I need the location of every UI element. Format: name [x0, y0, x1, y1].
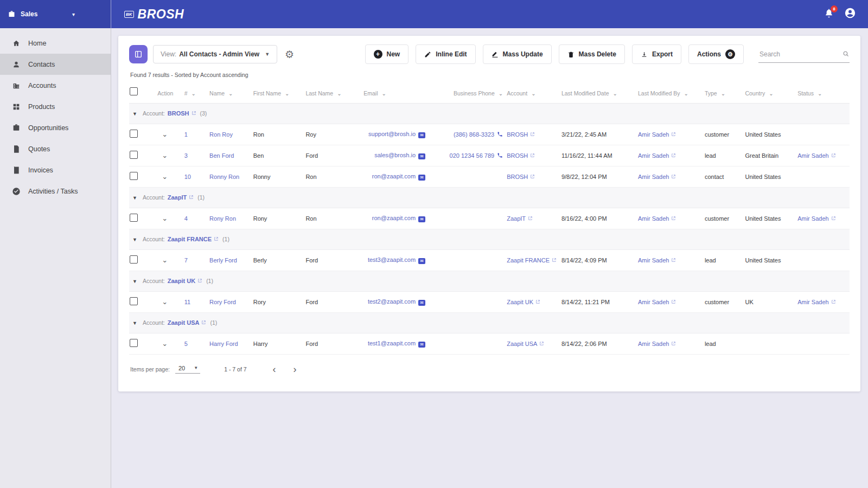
chevron-down-icon[interactable]: ⌄	[818, 91, 822, 97]
column-header-number[interactable]: #⌄	[184, 82, 209, 103]
status-link[interactable]: Amir Sadeh	[797, 299, 828, 305]
row-number-link[interactable]: 7	[184, 257, 188, 264]
last-modified-by-link[interactable]: Amir Sadeh	[638, 257, 669, 264]
sidebar-item-contacts[interactable]: Contacts	[0, 54, 111, 75]
column-header-action[interactable]: Action	[150, 82, 183, 103]
view-settings-gear-icon[interactable]: ⚙	[285, 49, 294, 60]
collapse-group-icon[interactable]: ▼	[132, 237, 137, 242]
chevron-down-icon[interactable]: ⌄	[531, 91, 535, 97]
collapse-group-icon[interactable]: ▼	[132, 320, 137, 326]
row-checkbox[interactable]	[130, 130, 138, 138]
expand-row-icon[interactable]: ⌄	[162, 214, 168, 222]
view-type-button[interactable]	[129, 45, 148, 63]
expand-row-icon[interactable]: ⌄	[162, 256, 168, 264]
group-account-link[interactable]: ZaapIT	[168, 194, 187, 201]
account-link[interactable]: BROSH	[507, 152, 528, 159]
account-link[interactable]: ZaapIT	[507, 215, 526, 222]
chevron-down-icon[interactable]: ⌄	[228, 91, 233, 97]
contact-name-link[interactable]: Ben Ford	[209, 152, 234, 159]
items-per-page-select[interactable]: 20 ▼	[175, 365, 200, 374]
column-header-email[interactable]: Email⌄	[363, 82, 429, 103]
new-button[interactable]: + New	[365, 44, 409, 64]
row-number-link[interactable]: 5	[184, 341, 188, 347]
contact-name-link[interactable]: Rory Ford	[209, 299, 236, 305]
sidebar-item-products[interactable]: Products	[0, 96, 111, 117]
column-header-business-phone[interactable]: Business Phone⌄	[429, 82, 506, 103]
chevron-down-icon[interactable]: ⌄	[285, 91, 289, 97]
row-checkbox[interactable]	[130, 214, 138, 222]
column-header-last-name[interactable]: Last Name⌄	[305, 82, 363, 103]
group-account-link[interactable]: Zaapit USA	[168, 319, 200, 326]
chevron-down-icon[interactable]: ⌄	[499, 91, 503, 97]
chevron-down-icon[interactable]: ⌄	[192, 91, 196, 97]
email-link[interactable]: ron@zaapit.com	[372, 215, 416, 221]
sidebar-item-invoices[interactable]: Invoices	[0, 159, 111, 181]
expand-row-icon[interactable]: ⌄	[162, 172, 168, 181]
column-header-last-modified-by[interactable]: Last Modified By⌄	[637, 82, 704, 103]
row-checkbox[interactable]	[130, 172, 138, 180]
export-button[interactable]: Export	[632, 44, 681, 64]
chevron-down-icon[interactable]: ⌄	[612, 91, 617, 97]
mass-delete-button[interactable]: Mass Delete	[559, 44, 625, 64]
group-account-link[interactable]: Zaapit FRANCE	[168, 236, 212, 242]
group-account-link[interactable]: BROSH	[168, 110, 189, 117]
contact-name-link[interactable]: Berly Ford	[209, 257, 237, 264]
last-modified-by-link[interactable]: Amir Sadeh	[638, 131, 669, 138]
sidebar-item-quotes[interactable]: Quotes	[0, 138, 111, 159]
column-header-account[interactable]: Account⌄	[506, 82, 561, 103]
email-link[interactable]: ron@zaapit.com	[372, 173, 416, 179]
contact-name-link[interactable]: Harry Ford	[209, 341, 238, 347]
contact-name-link[interactable]: Ronny Ron	[209, 174, 239, 180]
sidebar-item-activities-tasks[interactable]: Activities / Tasks	[0, 181, 111, 202]
search-icon[interactable]	[843, 50, 850, 57]
email-link[interactable]: test2@zaapit.com	[368, 298, 416, 305]
group-account-link[interactable]: Zaapit UK	[168, 278, 195, 284]
row-checkbox[interactable]	[130, 339, 138, 347]
account-link[interactable]: BROSH	[507, 174, 528, 180]
chevron-down-icon[interactable]: ⌄	[381, 91, 386, 97]
view-selector[interactable]: View: All Contacts - Admin View ▼	[153, 45, 277, 63]
collapse-group-icon[interactable]: ▼	[132, 195, 137, 201]
notifications-button[interactable]: 8	[824, 8, 834, 21]
row-checkbox[interactable]	[130, 255, 138, 264]
last-modified-by-link[interactable]: Amir Sadeh	[638, 341, 669, 347]
chevron-down-icon[interactable]: ⌄	[721, 91, 725, 97]
row-number-link[interactable]: 10	[184, 174, 191, 180]
expand-row-icon[interactable]: ⌄	[162, 151, 168, 159]
account-link[interactable]: Zaapit FRANCE	[507, 257, 550, 264]
contact-name-link[interactable]: Rony Ron	[209, 215, 236, 222]
inline-edit-button[interactable]: Inline Edit	[416, 44, 475, 64]
next-page-button[interactable]: ›	[293, 364, 297, 374]
collapse-group-icon[interactable]: ▼	[132, 279, 137, 284]
last-modified-by-link[interactable]: Amir Sadeh	[638, 215, 669, 222]
status-link[interactable]: Amir Sadeh	[797, 152, 828, 159]
expand-row-icon[interactable]: ⌄	[162, 339, 168, 348]
column-header-status[interactable]: Status⌄	[797, 82, 850, 103]
actions-button[interactable]: Actions ⚙	[688, 44, 744, 64]
collapse-group-icon[interactable]: ▼	[132, 111, 137, 117]
column-header-last-modified-date[interactable]: Last Modified Date⌄	[561, 82, 637, 103]
search-input[interactable]	[758, 50, 843, 59]
phone-link[interactable]: (386) 868-3323	[454, 131, 494, 138]
chevron-down-icon[interactable]: ▾	[72, 11, 75, 17]
column-header-country[interactable]: Country⌄	[744, 82, 797, 103]
email-link[interactable]: test3@zaapit.com	[368, 256, 416, 263]
last-modified-by-link[interactable]: Amir Sadeh	[638, 152, 669, 159]
email-link[interactable]: support@brosh.io	[368, 131, 416, 137]
last-modified-by-link[interactable]: Amir Sadeh	[638, 299, 669, 305]
sidebar-item-home[interactable]: Home	[0, 33, 111, 54]
expand-row-icon[interactable]: ⌄	[162, 130, 168, 138]
expand-row-icon[interactable]: ⌄	[162, 298, 168, 306]
account-link[interactable]: Zaapit USA	[507, 341, 537, 347]
contact-name-link[interactable]: Ron Roy	[209, 131, 233, 138]
previous-page-button[interactable]: ‹	[273, 364, 276, 374]
status-link[interactable]: Amir Sadeh	[797, 215, 828, 222]
workspace-switcher[interactable]: Sales ▾	[0, 0, 111, 28]
sidebar-item-accounts[interactable]: Accounts	[0, 75, 111, 96]
column-header-first-name[interactable]: First Name⌄	[253, 82, 305, 103]
account-link[interactable]: Zaapit UK	[507, 299, 533, 305]
sidebar-item-opportunities[interactable]: Opportunities	[0, 117, 111, 138]
email-link[interactable]: test1@zaapit.com	[368, 340, 416, 346]
row-number-link[interactable]: 1	[184, 131, 188, 138]
account-link[interactable]: BROSH	[507, 131, 528, 138]
